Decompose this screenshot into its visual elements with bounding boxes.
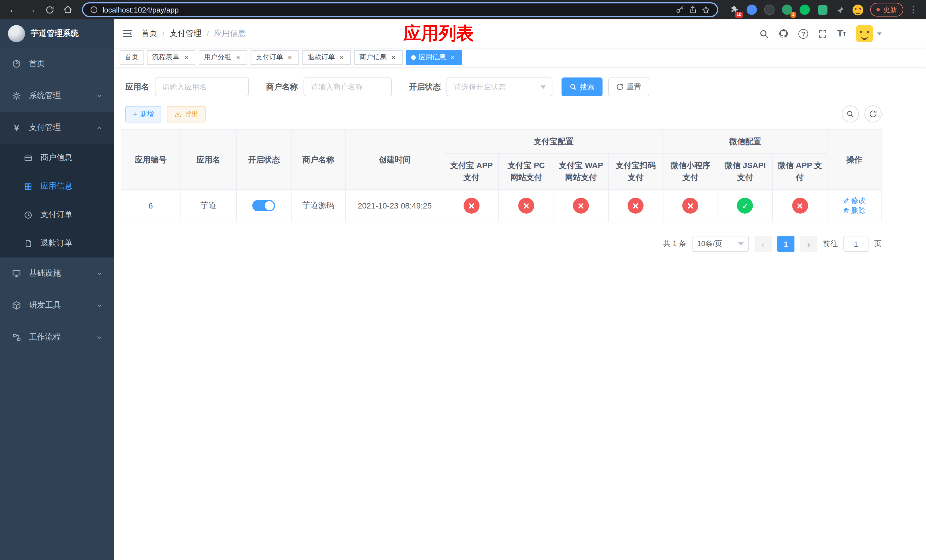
password-key-icon[interactable]: [675, 5, 684, 14]
tab-process-form[interactable]: 流程表单: [147, 50, 195, 65]
sidebar-item-infra[interactable]: 基础设施: [0, 257, 114, 289]
close-tab-icon[interactable]: [182, 53, 190, 61]
home-button[interactable]: [61, 2, 75, 17]
wx-app-status-icon: [792, 198, 808, 213]
browser-update-button[interactable]: 更新: [870, 3, 903, 17]
col-header-create-time: 创建时间: [345, 130, 444, 189]
credit-card-icon: [23, 153, 33, 162]
chevron-down-icon: [540, 85, 546, 89]
browser-menu-icon[interactable]: ⋮: [906, 5, 920, 15]
sidebar-item-home[interactable]: 首页: [0, 48, 114, 80]
page-size-select[interactable]: 10条/页: [692, 236, 749, 252]
sidebar-item-pay[interactable]: ¥ 支付管理: [0, 112, 114, 144]
goto-page-input[interactable]: [843, 236, 869, 252]
sidebar-item-label: 应用信息: [41, 181, 72, 191]
home-icon: [63, 5, 72, 14]
search-icon[interactable]: [759, 29, 769, 38]
app-name-input[interactable]: [155, 77, 249, 96]
close-tab-icon[interactable]: [390, 53, 398, 61]
tab-app-info[interactable]: 应用信息: [406, 50, 462, 65]
cell-actions: 修改 删除: [827, 189, 881, 222]
bookmark-star-icon[interactable]: [702, 5, 710, 14]
back-button[interactable]: ←: [6, 2, 21, 17]
sidebar-item-label: 工作流程: [29, 332, 61, 342]
export-button[interactable]: 导出: [167, 106, 206, 122]
tab-user-group[interactable]: 用户分组: [199, 50, 247, 65]
extension-icon-notes[interactable]: [817, 4, 828, 15]
chevron-down-icon: [96, 92, 103, 99]
sidebar-item-workflow[interactable]: 工作流程: [0, 321, 114, 353]
chevron-up-icon: [96, 124, 103, 131]
tab-refund-order[interactable]: 退款订单: [303, 50, 351, 65]
extension-icon-teal[interactable]: 1: [781, 4, 793, 15]
user-menu[interactable]: [856, 25, 882, 42]
help-icon[interactable]: ?: [799, 29, 808, 38]
sidebar-item-merchant-info[interactable]: 商户信息: [0, 144, 114, 172]
refresh-icon: [869, 110, 877, 118]
close-tab-icon[interactable]: [286, 53, 294, 61]
page-content: 应用名 商户名称 开启状态 请选择开启状态 搜索: [114, 67, 926, 560]
close-tab-icon[interactable]: [234, 53, 242, 61]
search-button[interactable]: 搜索: [561, 77, 602, 96]
fullscreen-icon[interactable]: [818, 29, 828, 38]
reset-button[interactable]: 重置: [608, 77, 649, 96]
hamburger-icon[interactable]: [114, 29, 141, 39]
alipay-wap-status-icon: [573, 198, 589, 213]
share-icon[interactable]: [688, 5, 697, 14]
sidebar-item-system[interactable]: 系统管理: [0, 80, 114, 112]
tab-label: 应用信息: [419, 52, 446, 62]
col-group-alipay: 支付宝配置: [444, 130, 663, 153]
font-size-icon[interactable]: [837, 29, 846, 39]
delete-button[interactable]: 删除: [843, 206, 866, 216]
extension-icon-green[interactable]: [799, 4, 810, 15]
close-tab-icon[interactable]: [449, 53, 457, 61]
download-icon: [174, 110, 182, 118]
extensions-puzzle-icon[interactable]: 10: [728, 4, 740, 15]
col-header-actions: 操作: [827, 130, 881, 189]
github-icon[interactable]: [779, 29, 789, 39]
pin-extension-icon[interactable]: [834, 4, 846, 15]
sidebar-item-refund-order[interactable]: 退款订单: [0, 229, 114, 257]
sidebar-item-devtool[interactable]: 研发工具: [0, 289, 114, 321]
cell-app-id: 6: [121, 189, 180, 222]
edit-button[interactable]: 修改: [843, 195, 866, 206]
breadcrumb-pay[interactable]: 支付管理: [170, 29, 201, 39]
toggle-search-button[interactable]: [842, 105, 859, 123]
chevron-down-icon: [96, 334, 103, 341]
profile-avatar-icon[interactable]: [852, 4, 863, 15]
page-number-1[interactable]: 1: [777, 236, 794, 252]
workflow-icon: [11, 333, 22, 342]
site-info-icon[interactable]: [90, 6, 98, 14]
status-toggle[interactable]: [253, 200, 275, 211]
tab-home[interactable]: 首页: [120, 50, 144, 65]
table-toolbar: 新增 导出: [125, 105, 882, 123]
forward-button[interactable]: →: [24, 2, 39, 17]
refresh-button[interactable]: [864, 105, 882, 123]
prev-page-button[interactable]: ‹: [755, 236, 772, 252]
add-button[interactable]: 新增: [125, 106, 161, 122]
search-icon: [569, 83, 577, 91]
extension-icon-dark[interactable]: [764, 4, 775, 15]
sidebar-item-pay-order[interactable]: 支付订单: [0, 201, 114, 229]
col-header-alipay-app: 支付宝 APP 支付: [444, 153, 499, 189]
sidebar-item-label: 系统管理: [29, 91, 61, 101]
tab-label: 支付订单: [256, 52, 283, 62]
chevron-down-icon: [738, 242, 744, 245]
merchant-name-input[interactable]: [304, 77, 392, 96]
sidebar-item-app-info[interactable]: 应用信息: [0, 172, 114, 201]
dashboard-icon: [11, 59, 22, 68]
sidebar: 芋道管理系统 首页 系统管理: [0, 20, 114, 560]
screen: ← → localhost:1024/pay/app: [0, 0, 926, 560]
chevron-down-icon: [96, 270, 103, 277]
breadcrumb-home[interactable]: 首页: [141, 29, 157, 39]
breadcrumb-separator: /: [207, 29, 209, 38]
next-page-button[interactable]: ›: [800, 236, 817, 252]
active-tab-dot: [411, 55, 416, 59]
extension-icon-blue[interactable]: [746, 4, 757, 15]
address-bar[interactable]: localhost:1024/pay/app: [82, 2, 718, 17]
tab-pay-order[interactable]: 支付订单: [251, 50, 299, 65]
reload-button[interactable]: [42, 2, 57, 17]
close-tab-icon[interactable]: [338, 53, 346, 61]
tab-merchant-info[interactable]: 商户信息: [354, 50, 402, 65]
status-select[interactable]: 请选择开启状态: [446, 77, 552, 96]
